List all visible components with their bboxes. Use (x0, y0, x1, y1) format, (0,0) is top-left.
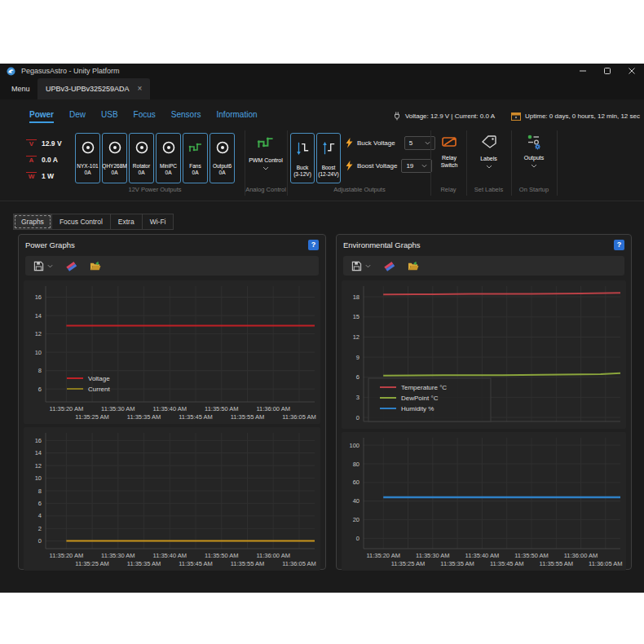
chevron-down-icon (425, 141, 430, 145)
svg-text:11:36:00 AM: 11:36:00 AM (564, 552, 598, 559)
relay-switch-button[interactable]: Relay Switch (432, 134, 466, 169)
svg-text:11:35:30 AM: 11:35:30 AM (101, 405, 135, 412)
output-button-rotator[interactable]: Rotator0A (129, 133, 154, 183)
tab-graphs[interactable]: Graphs (13, 214, 52, 230)
svg-text:11:35:55 AM: 11:35:55 AM (540, 560, 574, 567)
output-button-qhy268m[interactable]: QHY268M0A (102, 133, 127, 183)
menu-button[interactable]: Menu (11, 78, 30, 99)
svg-text:11:35:40 AM: 11:35:40 AM (153, 552, 187, 559)
eraser-icon[interactable] (66, 261, 77, 271)
power-socket-icon (135, 140, 149, 155)
output-amps: 0A (133, 170, 150, 176)
boost-voltage-select[interactable]: 19 (401, 159, 432, 173)
close-button[interactable] (620, 64, 644, 78)
svg-text:11:36:05 AM: 11:36:05 AM (282, 560, 316, 567)
svg-text:6: 6 (356, 373, 359, 381)
save-chart-button[interactable] (33, 261, 53, 271)
svg-text:6: 6 (38, 386, 42, 393)
svg-text:11:35:50 AM: 11:35:50 AM (514, 552, 549, 559)
pwm-control-label: PWM Control (249, 157, 283, 164)
gear-icon (535, 144, 540, 150)
buck-voltage-row: Buck Voltage 5 (346, 136, 435, 150)
ribbon-tab-sensors[interactable]: Sensors (171, 110, 201, 123)
svg-text:11:35:20 AM: 11:35:20 AM (366, 552, 400, 559)
startup-outputs-button[interactable]: Outputs (514, 134, 554, 168)
power-socket-icon (161, 140, 176, 155)
tab-wifi[interactable]: Wi-Fi (143, 214, 174, 230)
ribbon-separator (0, 201, 644, 201)
power-socket-icon (215, 140, 230, 155)
help-button[interactable]: ? (614, 240, 624, 250)
output-label: NYX-101 (77, 163, 98, 170)
output-button-nyx101[interactable]: NYX-1010A (75, 133, 100, 183)
svg-text:11:35:20 AM: 11:35:20 AM (50, 552, 84, 559)
maximize-button[interactable] (595, 64, 620, 78)
chevron-down-icon (531, 164, 537, 168)
power-socket-icon (81, 140, 95, 155)
ribbon-tab-usb[interactable]: USB (101, 110, 118, 123)
buck-label: Buck (293, 165, 311, 171)
output-amps: 0A (189, 170, 201, 176)
tab-focus-control[interactable]: Focus Control (52, 214, 111, 230)
power-socket-icon (108, 140, 122, 155)
svg-text:14: 14 (35, 312, 42, 320)
boost-range: (12-24V) (318, 171, 338, 178)
svg-text:11:36:00 AM: 11:36:00 AM (256, 552, 290, 559)
svg-text:8: 8 (38, 487, 42, 495)
svg-text:11:35:35 AM: 11:35:35 AM (127, 413, 161, 421)
svg-text:20: 20 (353, 516, 359, 523)
minimize-button[interactable] (571, 64, 595, 78)
svg-text:11:35:40 AM: 11:35:40 AM (465, 552, 500, 559)
save-chart-button[interactable] (351, 261, 371, 271)
document-tabstrip: Menu UPBv3-UPBv325259ADA × (0, 78, 644, 99)
ribbon-tab-information[interactable]: Information (217, 110, 258, 123)
output-button-minipc[interactable]: MiniPC0A (156, 133, 181, 183)
labels-button[interactable]: Labels (470, 134, 508, 169)
ribbon-tab-power[interactable]: Power (29, 110, 54, 123)
device-tab[interactable]: UPBv3-UPBv325259ADA × (37, 78, 150, 99)
tab-close-icon[interactable]: × (138, 85, 143, 93)
tab-extra[interactable]: Extra (111, 214, 143, 230)
power-value: 1 W (42, 172, 54, 180)
uptime-status: Uptime: 0 days, 0 hours, 12 min, 12 sec (525, 112, 640, 120)
output-label: Fans (189, 163, 201, 170)
current-icon: A (26, 156, 37, 165)
chart-toolbar (343, 256, 624, 276)
boost-label: Boost (318, 165, 338, 171)
output-label: Output6 (213, 163, 232, 170)
open-folder-icon[interactable] (90, 261, 101, 271)
buck-voltage-value: 5 (409, 139, 412, 147)
window-controls (571, 64, 644, 78)
output-amps: 0A (77, 170, 98, 176)
relay-icon (440, 134, 458, 150)
device-tab-label: UPBv3-UPBv325259ADA (46, 85, 130, 93)
voltage-current-status: Voltage: 12.9 V | Current: 0.0 A (405, 112, 495, 120)
ribbon-tab-focus[interactable]: Focus (134, 110, 156, 123)
eraser-icon[interactable] (384, 261, 395, 271)
svg-text:11:35:20 AM: 11:35:20 AM (50, 405, 84, 412)
environment-humidity-chart: 02040608010011:35:20 AM11:35:25 AM11:35:… (342, 432, 626, 571)
buck-range: (3-12V) (293, 171, 311, 178)
help-button[interactable]: ? (308, 240, 319, 250)
svg-text:14: 14 (35, 449, 42, 457)
svg-text:6: 6 (38, 500, 42, 507)
bolt-icon (346, 161, 353, 171)
output-button-fans[interactable]: Fans0A (183, 133, 208, 183)
svg-text:0: 0 (356, 535, 359, 542)
pwm-control-icon (257, 134, 275, 152)
svg-text:9: 9 (356, 354, 359, 361)
output-button-output6[interactable]: Output60A (210, 133, 235, 183)
output-label: QHY268M (102, 163, 126, 170)
boost-voltage-value: 19 (406, 162, 413, 170)
open-folder-icon[interactable] (408, 261, 419, 271)
outputs-toggle-gear-icon (526, 134, 542, 150)
panel-title: Power Graphs (25, 240, 75, 249)
ribbon-tab-dew[interactable]: Dew (69, 110, 86, 123)
power-stat: W 1 W (26, 168, 62, 184)
current-stat: A 0.0 A (26, 152, 62, 168)
buck-button[interactable]: Buck(3-12V) (290, 133, 315, 183)
svg-text:Current: Current (88, 386, 110, 393)
window-title: PegasusAstro - Unity Platform (21, 67, 120, 75)
pwm-control-button[interactable]: PWM Control (246, 134, 285, 170)
boost-button[interactable]: Boost(12-24V) (316, 133, 341, 183)
